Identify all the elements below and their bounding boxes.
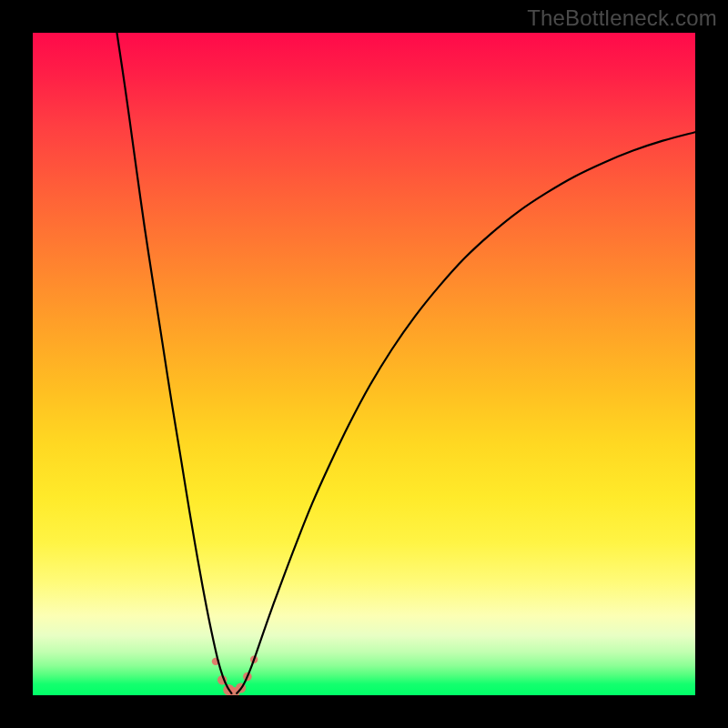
- chart-frame: TheBottleneck.com: [0, 0, 728, 728]
- plot-area: [33, 33, 695, 695]
- curve-overlay: [33, 33, 695, 695]
- curve-right: [237, 132, 695, 693]
- watermark-text: TheBottleneck.com: [527, 5, 717, 31]
- curve-left: [116, 33, 231, 693]
